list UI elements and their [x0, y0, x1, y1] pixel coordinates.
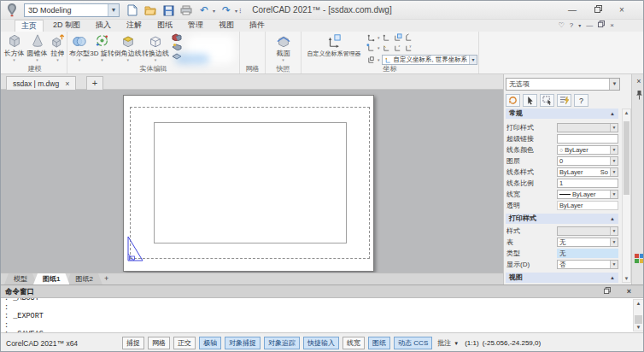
section-header-view[interactable]: 视图 ▲	[506, 273, 618, 283]
pin-icon[interactable]	[635, 90, 643, 101]
select-entities-button[interactable]	[523, 94, 537, 107]
ucs-icon[interactable]	[366, 56, 376, 64]
scroll-up-icon[interactable]: ▲	[623, 110, 630, 115]
collapse-icon[interactable]: ▲	[610, 214, 615, 224]
hyperlink-field[interactable]	[557, 134, 618, 144]
ucs-icon[interactable]: y	[404, 44, 413, 52]
toggle-dynamic-ccs[interactable]: 动态 CCS	[394, 337, 432, 349]
toggle-quick-input[interactable]: 快捷输入	[303, 337, 339, 349]
command-scrollbar[interactable]: ▲ ▼	[633, 299, 644, 331]
collapse-icon[interactable]: ▲	[610, 109, 615, 119]
selection-filter-select[interactable]: 无选项 ▼	[506, 78, 620, 91]
tab-home[interactable]: 主页	[15, 20, 44, 32]
chevron-down-icon[interactable]: ▾	[378, 57, 380, 62]
restore-button[interactable]	[588, 3, 607, 16]
minimize-button[interactable]: —	[563, 3, 582, 16]
new-tab-button[interactable]: +	[86, 76, 103, 90]
section-header-print-style[interactable]: 打印样式 ▲	[506, 214, 618, 224]
layout-tab-sheet2[interactable]: 图纸2	[66, 273, 102, 285]
viewport-rect[interactable]	[154, 122, 347, 243]
line-weight-dropdown[interactable]: ByLayer ▼	[557, 190, 618, 199]
command-history[interactable]: : _ABOUT : : _EXPORT : : _SAVEAS :	[1, 298, 632, 332]
workspace-selector[interactable]: 3D Modeling ▼	[24, 3, 120, 17]
close-button[interactable]: ×	[612, 3, 631, 16]
drawing-canvas[interactable]	[1, 90, 503, 273]
gesture-icon[interactable]: ♡	[559, 21, 565, 31]
command-window-close-button[interactable]: ×	[627, 287, 631, 296]
layer-dropdown[interactable]: 0 ▼	[557, 156, 618, 166]
toggle-ortho[interactable]: 正交	[173, 337, 196, 349]
scroll-down-icon[interactable]: ▼	[623, 276, 630, 281]
doc-minimize-button[interactable]: —	[586, 21, 593, 31]
convert-edges-tool[interactable]: 转换边线 ▾	[142, 32, 169, 62]
toggle-lineweight[interactable]: 线宽	[342, 337, 365, 349]
display-dropdown[interactable]: 否 ▼	[557, 260, 618, 269]
collapse-icon[interactable]: ▲	[610, 273, 615, 283]
layout-tab-model[interactable]: 模型	[4, 273, 37, 285]
command-window-float-button[interactable]	[604, 287, 611, 296]
annotation-scale-button[interactable]: 批注	[437, 338, 451, 348]
tab-view[interactable]: 视图	[213, 20, 240, 32]
toggle-snap[interactable]: 捕捉	[122, 337, 144, 349]
scrollbar-thumb[interactable]	[635, 315, 642, 324]
ucs-icon[interactable]	[382, 44, 391, 52]
tab-plugins[interactable]: 插件	[243, 20, 271, 32]
toggle-etrack[interactable]: 对象追踪	[264, 337, 300, 349]
3d-rotate-tool[interactable]: 3D 旋转 ▾	[90, 32, 114, 62]
section-header-general[interactable]: 常规 ▲	[506, 109, 618, 119]
doc-close-button[interactable]: ×	[610, 21, 614, 31]
chevron-down-icon[interactable]: ▾	[378, 45, 380, 50]
ccs-manager-tool[interactable]: 自定义坐标系管理器	[307, 32, 361, 57]
ucs-icon[interactable]	[366, 33, 376, 42]
chamfer-edges-tool[interactable]: 倒角边线 ▾	[114, 32, 142, 62]
ucs-icon[interactable]	[366, 44, 376, 52]
document-tab[interactable]: ssdax | m.dwg ×	[6, 76, 76, 90]
boolean-tool[interactable]: 布尔型 ▾	[69, 32, 90, 62]
chevron-down-icon[interactable]: ▾	[378, 35, 380, 40]
tab-2d-drafting[interactable]: 2D 制图	[47, 20, 86, 32]
layout-tab-sheet1[interactable]: 图纸1	[33, 273, 69, 285]
palette-scrollbar[interactable]: ▲ ▼	[622, 109, 631, 283]
section-tool[interactable]: 截面 ▾	[276, 32, 291, 62]
box-tool[interactable]: 长方体 ▾	[4, 32, 25, 62]
toggle-grid[interactable]: 网格	[148, 337, 170, 349]
command-window-titlebar[interactable]: 命令窗口 ×	[1, 285, 644, 298]
extrude-tool[interactable]: 拉伸 ▾	[50, 32, 66, 62]
ucs-icon[interactable]	[404, 33, 413, 42]
tab-manage[interactable]: 管理	[182, 20, 209, 32]
palette-close-button[interactable]: ×	[632, 77, 644, 85]
scroll-down-icon[interactable]: ▼	[634, 325, 643, 330]
toggle-esnap[interactable]: 对象捕捉	[225, 337, 261, 349]
ucs-icon[interactable]	[382, 33, 391, 42]
transparency-field[interactable]: ByLayer	[557, 201, 618, 210]
print-style-dropdown[interactable]: ▼	[557, 123, 618, 132]
doc-restore-button[interactable]	[598, 21, 605, 31]
line-color-dropdown[interactable]: ○ ByLayer ▼	[557, 145, 618, 155]
tab-annotate[interactable]: 注解	[120, 20, 148, 32]
marquee-select-button[interactable]	[540, 94, 554, 107]
open-file-button[interactable]	[143, 3, 157, 17]
filter-button[interactable]	[557, 94, 571, 107]
select-matching-button[interactable]	[506, 94, 520, 107]
line-scale-field[interactable]: 1	[557, 179, 618, 188]
chevron-down-icon[interactable]: ▾	[578, 21, 581, 31]
table-dropdown[interactable]: 无 ▼	[557, 238, 618, 247]
subtract-icon[interactable]	[172, 43, 182, 50]
scrollbar-thumb[interactable]	[624, 121, 629, 195]
cone-tool[interactable]: 圆锥体 ▾	[27, 32, 48, 62]
tab-insert[interactable]: 插入	[90, 20, 117, 32]
toggle-polar[interactable]: 极轴	[199, 337, 221, 349]
union-icon[interactable]	[172, 33, 182, 41]
palette-tab-icon[interactable]	[635, 254, 644, 263]
type-field[interactable]: 无	[557, 249, 618, 258]
toggle-sheet[interactable]: 图纸	[368, 337, 390, 349]
ucs-icon[interactable]: z	[393, 44, 402, 52]
ucs-icon[interactable]	[393, 33, 402, 42]
close-tab-icon[interactable]: ×	[65, 79, 69, 88]
scroll-up-icon[interactable]: ▲	[634, 301, 643, 306]
help-icon[interactable]: ?	[570, 21, 573, 31]
style-dropdown[interactable]: ▼	[557, 226, 618, 236]
new-document-button[interactable]	[126, 3, 139, 17]
help-button[interactable]: ?	[574, 94, 588, 107]
tab-sheet[interactable]: 图纸	[151, 20, 179, 32]
